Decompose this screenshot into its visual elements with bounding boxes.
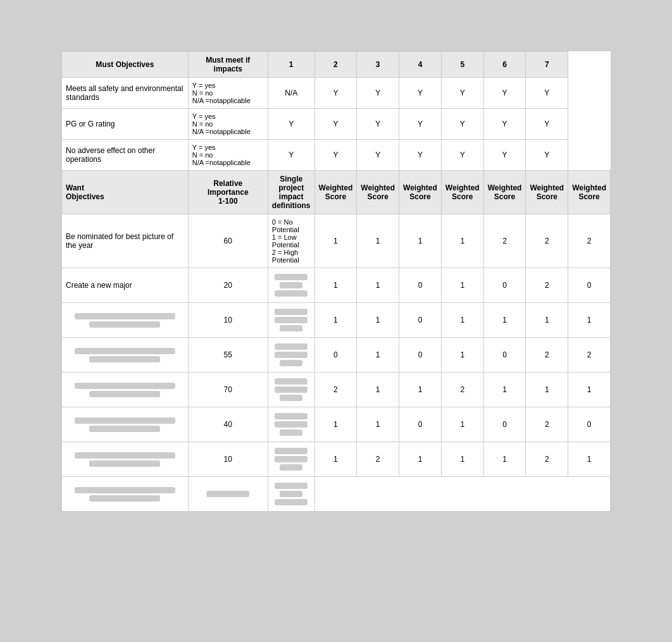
footer-col2 [188, 477, 268, 512]
want-row-1-importance: 60 [188, 214, 268, 268]
want-row-3: 10 1 1 0 1 1 1 1 [62, 303, 611, 338]
want-row-5-val-3: 1 [399, 373, 442, 407]
must-row-2-val-7: Y [526, 109, 568, 140]
footer-col1 [62, 477, 189, 512]
want-row-7-val-3: 1 [399, 442, 442, 477]
must-row-2: PG or G rating Y = yesN = noN/A =notappl… [62, 109, 611, 140]
must-col-1: 1 [268, 52, 314, 78]
must-col-5: 5 [441, 52, 483, 78]
must-row-1-val-1: N/A [268, 78, 314, 109]
want-row-7-val-2: 2 [357, 442, 399, 477]
must-col-3: 3 [357, 52, 399, 78]
must-row-1-val-7: Y [526, 78, 568, 109]
want-row-2-val-4: 1 [441, 268, 483, 303]
want-row-7-definition [268, 442, 314, 477]
want-row-4-objective [62, 338, 189, 373]
must-row-3-val-3: Y [357, 140, 399, 171]
want-row-3-val-5: 1 [483, 303, 526, 338]
want-ws-2: WeightedScore [357, 171, 399, 214]
want-row-1-objective: Be nominated for best picture of the yea… [62, 214, 189, 268]
want-row-3-val-7: 1 [568, 303, 611, 338]
want-row-5-val-7: 1 [568, 373, 611, 407]
want-row-2-definition [268, 268, 314, 303]
want-ws-5: WeightedScore [483, 171, 526, 214]
want-ws-1: WeightedScore [314, 171, 357, 214]
want-row-5-objective [62, 373, 189, 407]
must-col-2: 2 [314, 52, 357, 78]
want-row-5: 70 2 1 1 2 1 1 1 [62, 373, 611, 407]
want-row-2-val-5: 0 [483, 268, 526, 303]
want-importance-header: Relative Importance1-100 [188, 171, 268, 214]
want-row-2-val-2: 1 [357, 268, 399, 303]
want-row-2-val-3: 0 [399, 268, 442, 303]
want-row-1-val-5: 2 [483, 214, 526, 268]
want-row-7-importance: 10 [188, 442, 268, 477]
must-objectives-label: Must Objectives [62, 52, 189, 78]
want-row-2: Create a new major 20 1 1 0 1 0 2 0 [62, 268, 611, 303]
want-row-2-importance: 20 [188, 268, 268, 303]
want-row-6-val-7: 0 [568, 407, 611, 442]
want-row-3-importance: 10 [188, 303, 268, 338]
must-row-2-objective: PG or G rating [62, 109, 189, 140]
want-row-4: 55 0 1 0 1 0 2 2 [62, 338, 611, 373]
must-row-3-val-6: Y [483, 140, 526, 171]
want-row-3-definition [268, 303, 314, 338]
want-row-4-val-6: 2 [526, 338, 568, 373]
must-row-1-val-6: Y [483, 78, 526, 109]
want-row-3-val-1: 1 [314, 303, 357, 338]
must-col-7: 7 [526, 52, 568, 78]
must-row-3-val-4: Y [399, 140, 442, 171]
must-meet-col-header: Must meet if impacts [188, 52, 268, 78]
want-row-6-val-4: 1 [441, 407, 483, 442]
want-row-5-definition [268, 373, 314, 407]
want-row-1-val-1: 1 [314, 214, 357, 268]
want-row-7: 10 1 2 1 1 1 2 1 [62, 442, 611, 477]
want-row-6-definition [268, 407, 314, 442]
want-row-4-importance: 55 [188, 338, 268, 373]
must-row-2-val-3: Y [357, 109, 399, 140]
want-row-1-val-7: 2 [568, 214, 611, 268]
want-row-5-val-1: 2 [314, 373, 357, 407]
want-row-6-val-3: 0 [399, 407, 442, 442]
want-row-5-importance: 70 [188, 373, 268, 407]
must-row-3-val-1: Y [268, 140, 314, 171]
must-row-1-val-3: Y [357, 78, 399, 109]
want-row-1: Be nominated for best picture of the yea… [62, 214, 611, 268]
want-row-6-objective [62, 407, 189, 442]
want-objectives-header: WantObjectives Relative Importance1-100 … [62, 171, 611, 214]
must-col-6: 6 [483, 52, 526, 78]
footer-empty [314, 477, 610, 512]
must-row-1-definition: Y = yesN = noN/A =notapplicable [188, 78, 268, 109]
want-row-3-val-6: 1 [526, 303, 568, 338]
want-ws-4: WeightedScore [441, 171, 483, 214]
want-row-7-val-1: 1 [314, 442, 357, 477]
must-row-2-val-5: Y [441, 109, 483, 140]
want-ws-3: WeightedScore [399, 171, 442, 214]
want-label: WantObjectives [62, 171, 189, 214]
must-row-2-val-1: Y [268, 109, 314, 140]
must-col-4: 4 [399, 52, 442, 78]
want-row-2-objective: Create a new major [62, 268, 189, 303]
must-row-3-objective: No adverse effect on other operations [62, 140, 189, 171]
want-row-7-val-6: 2 [526, 442, 568, 477]
want-row-6-val-6: 2 [526, 407, 568, 442]
footer-col3 [268, 477, 314, 512]
want-definitions-header: Single projectimpact definitions [268, 171, 314, 214]
want-row-7-val-4: 1 [441, 442, 483, 477]
must-row-3-val-5: Y [441, 140, 483, 171]
want-row-2-val-1: 1 [314, 268, 357, 303]
must-row-3-definition: Y = yesN = noN/A =notapplicable [188, 140, 268, 171]
want-row-4-definition [268, 338, 314, 373]
main-table-container: Must Objectives Must meet if impacts 1 2… [61, 51, 611, 512]
must-row-1-objective: Meets all safety and environmental stand… [62, 78, 189, 109]
want-row-3-val-2: 1 [357, 303, 399, 338]
must-row-3: No adverse effect on other operations Y … [62, 140, 611, 171]
want-row-4-val-7: 2 [568, 338, 611, 373]
want-row-5-val-5: 1 [483, 373, 526, 407]
want-row-7-val-7: 1 [568, 442, 611, 477]
must-row-1: Meets all safety and environmental stand… [62, 78, 611, 109]
want-row-4-val-2: 1 [357, 338, 399, 373]
want-row-6-val-2: 1 [357, 407, 399, 442]
want-row-7-objective [62, 442, 189, 477]
want-row-3-objective [62, 303, 189, 338]
